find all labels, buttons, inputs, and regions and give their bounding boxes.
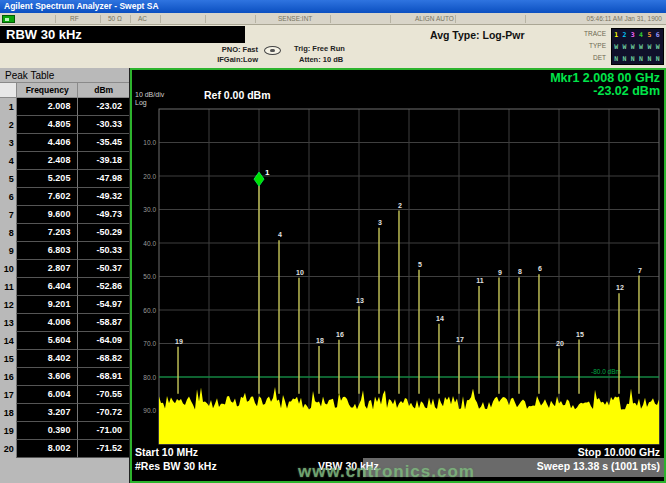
trace-number-5: 5 — [645, 29, 653, 41]
y-tick-label: 20.0 — [143, 173, 156, 180]
spectrum-analyzer-screen: Agilent Spectrum Analyzer - Swept SA 05:… — [0, 0, 666, 483]
peak-frequency-value: 6.404 — [16, 278, 78, 296]
peak-amplitude-value: -64.09 — [77, 332, 129, 350]
window-title: Agilent Spectrum Analyzer - Swept SA — [4, 1, 159, 11]
peak-row-number: 17 — [0, 386, 16, 404]
peak-row-number: 5 — [0, 170, 16, 188]
y-tick-label: 40.0 — [143, 240, 156, 247]
peak-frequency-value: 4.006 — [16, 314, 78, 332]
trace-number-3: 3 — [629, 29, 637, 41]
trace-legend-label: TRACE — [572, 30, 606, 37]
peak-amplitude-value: -70.55 — [77, 386, 129, 404]
peak-amplitude-value: -54.97 — [77, 296, 129, 314]
status-separator — [160, 15, 161, 23]
trace-det-3: N — [629, 53, 637, 65]
marker-label-6: 6 — [538, 265, 542, 272]
peak-frequency-value: 2.807 — [16, 260, 78, 278]
ref-level-readout: Ref 0.00 dBm — [204, 89, 271, 101]
peak-row-number: 16 — [0, 368, 16, 386]
watermark-text: www.cntronics.com — [298, 462, 475, 482]
marker-label-11: 11 — [476, 277, 484, 284]
peak-table-col-frequency: Frequency — [16, 83, 78, 97]
marker-label-17: 17 — [456, 336, 464, 343]
peak-amplitude-value: -68.82 — [77, 350, 129, 368]
status-separator — [130, 15, 131, 23]
marker-label-16: 16 — [336, 331, 344, 338]
trace-type-5: W — [645, 41, 653, 53]
peak-table-body: 12.008-23.0224.805-30.3334.406-35.4542.4… — [0, 98, 129, 458]
peak-row-number: 13 — [0, 314, 16, 332]
y-tick-label: 80.0 — [143, 374, 156, 381]
marker-label-14: 14 — [436, 315, 444, 322]
scale-per-div-label: 10 dB/div — [135, 91, 164, 98]
stop-frequency-label: Stop 10.000 GHz — [578, 446, 660, 458]
peak-table-row-11: 116.404-52.86 — [0, 278, 129, 296]
peak-amplitude-value: -58.87 — [77, 314, 129, 332]
peak-row-number: 18 — [0, 404, 16, 422]
trig-readout: Trig: Free Run — [294, 44, 345, 53]
status-separator — [525, 15, 526, 23]
status-separator — [390, 15, 391, 23]
peak-table-header: Frequency dBm — [0, 83, 129, 98]
trace-legend-box[interactable]: 123456 WWWWWW NNNNNN — [611, 28, 664, 65]
peak-table-corner-cell — [0, 83, 16, 97]
rbw-readout[interactable]: RBW 30 kHz — [0, 26, 245, 43]
peak-amplitude-value: -30.33 — [77, 116, 129, 134]
marker1-frequency-readout: Mkr1 2.008 00 GHz — [550, 71, 660, 85]
status-separator — [100, 15, 101, 23]
spectrum-display: 10.020.030.040.050.060.070.080.090.0-80.… — [130, 68, 666, 483]
peak-row-number: 15 — [0, 350, 16, 368]
peak-amplitude-value: -71.00 — [77, 422, 129, 440]
peak-frequency-value: 8.402 — [16, 350, 78, 368]
peak-frequency-value: 6.004 — [16, 386, 78, 404]
status-led-icon — [2, 15, 15, 23]
peak-frequency-value: 2.408 — [16, 152, 78, 170]
y-tick-label: 10.0 — [143, 139, 156, 146]
peak-row-number: 14 — [0, 332, 16, 350]
peak-table-title: Peak Table — [0, 68, 129, 83]
window-title-bar[interactable]: Agilent Spectrum Analyzer - Swept SA — [0, 0, 666, 13]
trace-number-row: 123456 — [612, 29, 663, 41]
marker-label-9: 9 — [498, 269, 502, 276]
peak-row-number: 10 — [0, 260, 16, 278]
marker-label-5: 5 — [418, 261, 422, 268]
peak-row-number: 3 — [0, 134, 16, 152]
status-item-align-auto: ALIGN AUTO — [415, 13, 454, 25]
status-separator — [330, 15, 331, 23]
status-item-ac: AC — [138, 13, 147, 25]
peak-table-row-18: 183.207-70.72 — [0, 404, 129, 422]
peak-amplitude-value: -50.29 — [77, 224, 129, 242]
peak-row-number: 1 — [0, 98, 16, 116]
trace-det-label: DET — [572, 54, 606, 61]
marker-label-10: 10 — [296, 269, 304, 276]
peak-table-col-dbm: dBm — [77, 83, 129, 97]
peak-table-row-3: 34.406-35.45 — [0, 134, 129, 152]
trace-number-1: 1 — [612, 29, 620, 41]
peak-table-row-2: 24.805-30.33 — [0, 116, 129, 134]
trace-det-5: N — [645, 53, 653, 65]
peak-amplitude-value: -23.02 — [77, 98, 129, 116]
status-datetime: 05:46:11 AM Jan 31, 1900 — [587, 13, 662, 25]
peak-table-row-14: 145.604-64.09 — [0, 332, 129, 350]
pno-readout: PNO: Fast — [202, 45, 258, 54]
peak-table-row-12: 129.201-54.97 — [0, 296, 129, 314]
sweep-label: Sweep 13.38 s (1001 pts) — [537, 460, 660, 472]
marker-label-1: 1 — [265, 168, 270, 177]
peak-frequency-value: 7.203 — [16, 224, 78, 242]
marker-label-3: 3 — [378, 219, 382, 226]
trace-type-6: W — [653, 41, 661, 53]
peak-amplitude-value: -52.86 — [77, 278, 129, 296]
y-tick-label: 50.0 — [143, 273, 156, 280]
marker-label-15: 15 — [576, 331, 584, 338]
marker1-diamond-icon[interactable] — [254, 172, 264, 186]
peak-row-number: 7 — [0, 206, 16, 224]
y-tick-label: 70.0 — [143, 340, 156, 347]
peak-table-row-20: 208.002-71.52 — [0, 440, 129, 458]
marker1-amplitude-readout: -23.02 dBm — [593, 84, 660, 98]
res-bw-label: #Res BW 30 kHz — [135, 460, 217, 472]
peak-amplitude-value: -68.91 — [77, 368, 129, 386]
trace-number-2: 2 — [620, 29, 628, 41]
status-item-sense-int: SENSE:INT — [278, 13, 312, 25]
peak-frequency-value: 0.390 — [16, 422, 78, 440]
marker-label-13: 13 — [356, 297, 364, 304]
